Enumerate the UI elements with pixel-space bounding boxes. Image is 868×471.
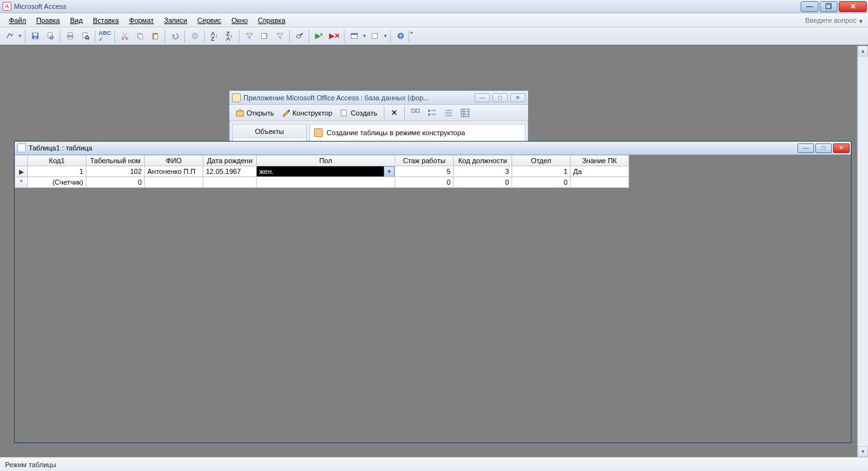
menu-help[interactable]: Справка xyxy=(253,15,290,25)
view-dropdown-icon[interactable]: ▼ xyxy=(18,34,22,38)
cell-pol[interactable] xyxy=(257,177,395,188)
filter-selection-icon[interactable] xyxy=(242,29,256,43)
db-view-list-icon[interactable] xyxy=(442,107,456,119)
menu-format[interactable]: Формат xyxy=(124,15,159,25)
cell-otdel[interactable]: 0 xyxy=(512,177,571,188)
spellcheck-icon[interactable]: ABC✓ xyxy=(98,29,112,43)
table-window-title: Таблица1 : таблица xyxy=(29,144,92,152)
new-object-icon[interactable] xyxy=(368,29,382,43)
cell-tabnum[interactable]: 102 xyxy=(86,166,145,177)
svg-rect-24 xyxy=(372,33,377,38)
menu-insert[interactable]: Вставка xyxy=(88,15,124,25)
db-view-large-icon[interactable] xyxy=(409,107,423,119)
filter-toggle-icon[interactable] xyxy=(273,29,287,43)
new-record-icon[interactable]: ▶* xyxy=(312,29,326,43)
cell-dolzhnost[interactable]: 0 xyxy=(454,177,512,188)
db-view-small-icon[interactable] xyxy=(425,107,439,119)
table-maximize-button[interactable]: □ xyxy=(815,143,832,153)
app-minimize-button[interactable]: — xyxy=(801,1,818,12)
help-search[interactable]: ▾ xyxy=(780,17,865,24)
db-dropdown-icon[interactable]: ▼ xyxy=(362,34,367,38)
delete-record-icon[interactable]: ▶✕ xyxy=(327,29,341,43)
help-icon[interactable]: ? xyxy=(393,29,407,43)
db-window-titlebar[interactable]: Приложение Microsoft Office Access : баз… xyxy=(229,91,528,105)
svg-rect-14 xyxy=(139,34,142,39)
col-header-fio[interactable]: ФИО xyxy=(145,156,203,166)
cell-stazh[interactable]: 5 xyxy=(395,166,454,177)
workspace-scrollbar[interactable]: ▲ ▼ xyxy=(857,46,868,457)
cell-otdel[interactable]: 1 xyxy=(512,166,571,177)
db-objects-tab[interactable]: Объекты xyxy=(233,124,306,138)
scroll-down-icon[interactable]: ▼ xyxy=(858,446,868,457)
table-window: Таблица1 : таблица — □ ✕ Код1 Табельный … xyxy=(14,141,851,443)
table-row-new[interactable]: * (Счетчик) 0 0 0 0 xyxy=(15,177,629,188)
sort-desc-icon[interactable]: ZA↓ xyxy=(222,29,236,43)
row-selector-new[interactable]: * xyxy=(15,177,28,188)
row-selector-current[interactable]: ▶ xyxy=(15,166,28,177)
db-delete-button[interactable]: ✕ xyxy=(388,107,400,119)
cell-tabnum[interactable]: 0 xyxy=(86,177,145,188)
col-header-dob[interactable]: Дата рождени xyxy=(203,156,257,166)
cell-dob[interactable] xyxy=(203,177,257,188)
db-maximize-button[interactable]: □ xyxy=(492,93,508,102)
table-minimize-button[interactable]: — xyxy=(797,143,814,153)
paste-icon[interactable] xyxy=(148,29,162,43)
file-search-icon[interactable] xyxy=(43,29,57,43)
menu-file[interactable]: Файл xyxy=(4,15,31,25)
copy-icon[interactable] xyxy=(133,29,147,43)
db-new-button[interactable]: Создать xyxy=(337,107,380,119)
cell-fio[interactable] xyxy=(145,177,203,188)
menu-window[interactable]: Окно xyxy=(226,15,253,25)
hyperlink-icon[interactable] xyxy=(187,29,201,43)
cell-kod1[interactable]: 1 xyxy=(28,166,86,177)
table-row[interactable]: ▶ 1 102 Антоненко П.П 12.05.1967 жен. ▼ … xyxy=(15,166,629,177)
db-open-button[interactable]: Открыть xyxy=(233,107,276,119)
select-all-corner[interactable] xyxy=(15,156,28,166)
col-header-dolzhnost[interactable]: Код должности xyxy=(454,156,512,166)
col-header-stazh[interactable]: Стаж работы xyxy=(395,156,454,166)
scroll-up-icon[interactable]: ▲ xyxy=(858,46,868,56)
menu-edit[interactable]: Правка xyxy=(31,15,65,25)
print-preview-icon[interactable] xyxy=(78,29,92,43)
col-header-tabnum[interactable]: Табельный ном xyxy=(86,156,145,166)
print-icon[interactable] xyxy=(63,29,77,43)
dropdown-button-icon[interactable]: ▼ xyxy=(384,166,395,177)
db-close-button[interactable]: ✕ xyxy=(510,93,526,102)
cell-pk[interactable] xyxy=(571,177,629,188)
cell-stazh[interactable]: 0 xyxy=(395,177,454,188)
toolbar-overflow-icon[interactable]: ▾ xyxy=(409,30,413,42)
menu-service[interactable]: Сервис xyxy=(193,15,227,25)
undo-icon[interactable] xyxy=(168,29,182,43)
sort-asc-icon[interactable]: AZ↓ xyxy=(207,29,221,43)
help-search-input[interactable] xyxy=(780,17,857,24)
db-design-button[interactable]: Конструктор xyxy=(279,107,335,119)
filter-form-icon[interactable] xyxy=(257,29,271,43)
menu-view[interactable]: Вид xyxy=(65,15,88,25)
chevron-down-icon[interactable]: ▾ xyxy=(859,17,865,23)
cut-icon[interactable] xyxy=(118,29,132,43)
list-item[interactable]: Создание таблицы в режиме конструктора xyxy=(313,127,522,138)
new-obj-dropdown-icon[interactable]: ▼ xyxy=(383,34,388,38)
col-header-pk[interactable]: Знание ПК xyxy=(571,156,629,166)
menu-records[interactable]: Записи xyxy=(159,15,193,25)
app-close-button[interactable]: ✕ xyxy=(839,1,867,12)
find-icon[interactable] xyxy=(292,29,306,43)
table-close-button[interactable]: ✕ xyxy=(833,143,850,153)
col-header-kod1[interactable]: Код1 xyxy=(28,156,86,166)
table-titlebar[interactable]: Таблица1 : таблица — □ ✕ xyxy=(15,142,851,155)
col-header-pol[interactable]: Пол xyxy=(257,156,395,166)
svg-point-17 xyxy=(192,33,197,38)
app-restore-button[interactable]: ❐ xyxy=(820,1,837,12)
save-icon[interactable] xyxy=(28,29,42,43)
cell-pk[interactable]: Да xyxy=(571,166,629,177)
cell-dolzhnost[interactable]: 3 xyxy=(454,166,512,177)
database-window-icon[interactable] xyxy=(347,29,361,43)
db-minimize-button[interactable]: — xyxy=(475,93,490,102)
cell-fio[interactable]: Антоненко П.П xyxy=(145,166,203,177)
cell-dob[interactable]: 12.05.1967 xyxy=(203,166,257,177)
cell-kod1[interactable]: (Счетчик) xyxy=(28,177,86,188)
db-view-details-icon[interactable] xyxy=(458,107,472,119)
view-button[interactable] xyxy=(3,29,17,43)
col-header-otdel[interactable]: Отдел xyxy=(512,156,571,166)
cell-pol-dropdown[interactable]: жен. ▼ муж. жен. xyxy=(257,166,395,177)
